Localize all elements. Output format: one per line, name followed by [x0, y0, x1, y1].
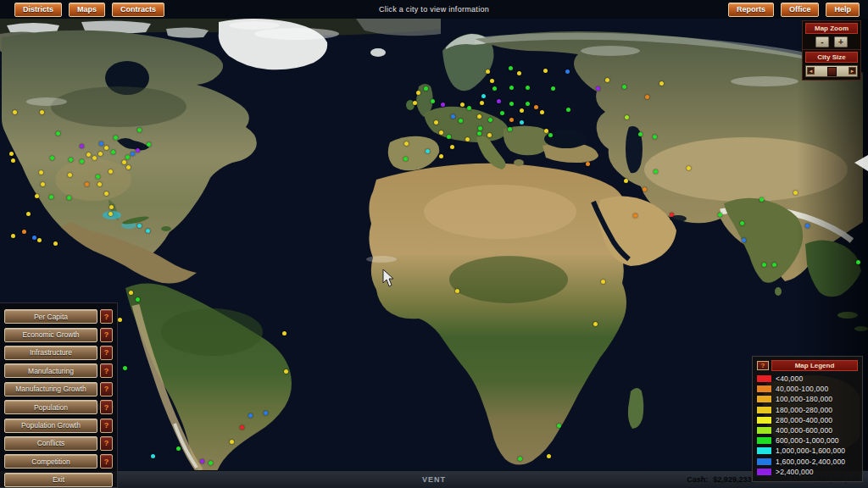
city-dot[interactable]: [480, 101, 484, 105]
city-dot[interactable]: [459, 119, 463, 123]
city-dot[interactable]: [26, 212, 31, 216]
city-dot[interactable]: [465, 137, 470, 141]
city-dot[interactable]: [593, 322, 598, 326]
help-icon[interactable]: ?: [100, 436, 113, 451]
city-dot[interactable]: [69, 158, 73, 162]
sidebar-item-manufacturing-growth[interactable]: Manufacturing Growth: [4, 382, 97, 396]
city-dot[interactable]: [129, 291, 133, 295]
city-dot[interactable]: [477, 131, 481, 136]
city-dot[interactable]: [434, 120, 438, 125]
city-dot[interactable]: [37, 238, 42, 242]
sidebar-item-population[interactable]: Population: [4, 400, 97, 414]
city-dot[interactable]: [200, 459, 204, 463]
city-dot[interactable]: [240, 425, 244, 430]
city-dot[interactable]: [104, 146, 108, 150]
city-dot[interactable]: [108, 169, 113, 174]
city-dot[interactable]: [209, 461, 213, 465]
help-icon[interactable]: ?: [100, 346, 113, 360]
city-dot[interactable]: [104, 191, 108, 196]
city-dot[interactable]: [547, 454, 551, 458]
help-icon[interactable]: ?: [100, 363, 113, 378]
city-dot[interactable]: [654, 169, 658, 174]
city-dot[interactable]: [500, 111, 504, 115]
city-dot[interactable]: [659, 81, 664, 86]
city-dot[interactable]: [416, 91, 420, 95]
city-dot[interactable]: [413, 101, 417, 105]
city-dot[interactable]: [96, 175, 100, 179]
help-button[interactable]: Help: [826, 3, 860, 17]
city-dot[interactable]: [467, 106, 471, 110]
help-icon[interactable]: ?: [100, 454, 113, 469]
city-dot[interactable]: [455, 289, 459, 293]
sidebar-item-competition[interactable]: Competition: [4, 454, 97, 469]
city-dot[interactable]: [136, 148, 140, 152]
city-dot[interactable]: [486, 69, 490, 74]
city-size-slider-handle[interactable]: [827, 67, 837, 76]
slider-right-arrow-icon[interactable]: ►: [849, 67, 856, 75]
contracts-button[interactable]: Contracts: [112, 3, 164, 17]
office-button[interactable]: Office: [781, 3, 820, 17]
city-dot[interactable]: [544, 129, 548, 133]
sidebar-item-conflicts[interactable]: Conflicts: [4, 436, 97, 451]
city-dot[interactable]: [41, 182, 45, 186]
city-dot[interactable]: [625, 115, 629, 119]
city-dot[interactable]: [151, 454, 155, 458]
city-dot[interactable]: [122, 160, 126, 164]
city-dot[interactable]: [605, 78, 609, 82]
city-dot[interactable]: [793, 191, 798, 195]
city-dot[interactable]: [40, 110, 44, 114]
city-dot[interactable]: [126, 165, 131, 169]
city-dot[interactable]: [742, 238, 746, 242]
city-dot[interactable]: [509, 118, 514, 122]
city-dot[interactable]: [670, 213, 674, 217]
sidebar-item-population-growth[interactable]: Population Growth: [4, 419, 97, 433]
sidebar-item-infrastructure[interactable]: Infrastructure: [4, 346, 97, 360]
city-dot[interactable]: [32, 236, 36, 240]
world-map[interactable]: [0, 0, 868, 488]
city-dot[interactable]: [92, 156, 97, 160]
city-dot[interactable]: [508, 127, 512, 131]
city-dot[interactable]: [856, 260, 860, 264]
city-dot[interactable]: [13, 110, 17, 114]
city-dot[interactable]: [450, 145, 454, 149]
city-dot[interactable]: [565, 69, 570, 74]
city-dot[interactable]: [447, 135, 451, 139]
city-dot[interactable]: [772, 263, 776, 267]
city-dot[interactable]: [403, 157, 408, 161]
city-dot[interactable]: [137, 224, 142, 228]
city-dot[interactable]: [566, 108, 570, 112]
city-dot[interactable]: [123, 366, 127, 370]
city-dot[interactable]: [633, 214, 637, 218]
help-icon[interactable]: ?: [100, 309, 113, 324]
city-dot[interactable]: [517, 71, 521, 75]
city-dot[interactable]: [282, 331, 287, 336]
city-dot[interactable]: [284, 369, 288, 374]
city-dot[interactable]: [622, 85, 626, 89]
city-dot[interactable]: [653, 135, 657, 139]
city-dot[interactable]: [49, 195, 53, 199]
city-dot[interactable]: [111, 150, 115, 154]
city-dot[interactable]: [98, 152, 103, 156]
city-dot[interactable]: [424, 86, 428, 91]
help-icon[interactable]: ?: [100, 382, 113, 396]
city-dot[interactable]: [131, 152, 135, 156]
city-dot[interactable]: [624, 179, 628, 183]
city-dot[interactable]: [439, 130, 443, 135]
city-dot[interactable]: [460, 103, 465, 107]
city-dot[interactable]: [520, 108, 524, 113]
city-dot[interactable]: [740, 221, 744, 225]
city-dot[interactable]: [114, 136, 118, 140]
city-dot[interactable]: [557, 424, 561, 428]
city-dot[interactable]: [481, 94, 486, 98]
city-dot[interactable]: [108, 212, 113, 216]
city-dot[interactable]: [643, 187, 647, 191]
reports-button[interactable]: Reports: [728, 3, 774, 17]
districts-button[interactable]: Districts: [14, 3, 62, 17]
city-dot[interactable]: [520, 120, 524, 125]
sidebar-item-per-capita[interactable]: Per Capita: [4, 309, 97, 324]
city-dot[interactable]: [22, 230, 26, 234]
city-dot[interactable]: [490, 79, 494, 83]
city-dot[interactable]: [478, 126, 482, 130]
city-dot[interactable]: [526, 102, 530, 106]
zoom-out-button[interactable]: -: [815, 36, 829, 47]
